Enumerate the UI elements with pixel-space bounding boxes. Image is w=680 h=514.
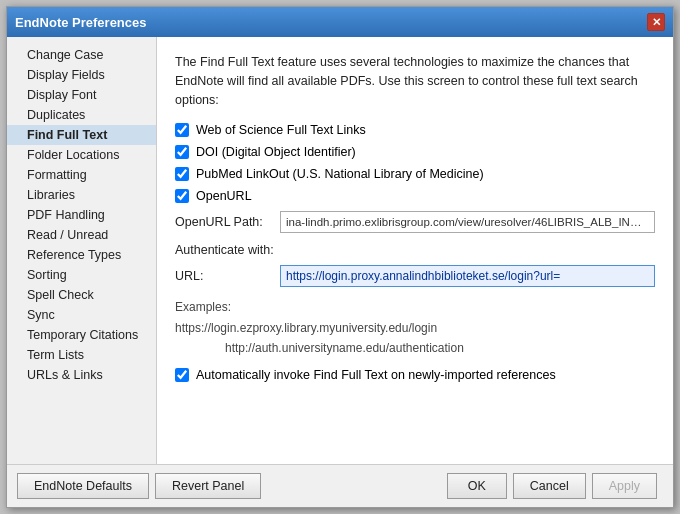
examples-label: Examples: https://login.ezproxy.library.… xyxy=(175,297,655,338)
sidebar-item-reference-types[interactable]: Reference Types xyxy=(7,245,156,265)
sidebar-item-sorting[interactable]: Sorting xyxy=(7,265,156,285)
sidebar-item-urls---links[interactable]: URLs & Links xyxy=(7,365,156,385)
title-bar: EndNote Preferences ✕ xyxy=(7,7,673,37)
authenticate-label: Authenticate with: xyxy=(175,243,655,257)
sidebar-item-find-full-text[interactable]: Find Full Text xyxy=(7,125,156,145)
checkbox-doi-label: DOI (Digital Object Identifier) xyxy=(196,145,356,159)
examples-block: Examples: https://login.ezproxy.library.… xyxy=(175,297,655,358)
checkbox-doi-input[interactable] xyxy=(175,145,189,159)
sidebar-item-sync[interactable]: Sync xyxy=(7,305,156,325)
checkbox-pubmed-input[interactable] xyxy=(175,167,189,181)
sidebar-item-formatting[interactable]: Formatting xyxy=(7,165,156,185)
checkbox-openurl: OpenURL xyxy=(175,189,655,203)
openurl-path-input[interactable] xyxy=(280,211,655,233)
sidebar-item-spell-check[interactable]: Spell Check xyxy=(7,285,156,305)
defaults-button[interactable]: EndNote Defaults xyxy=(17,473,149,499)
cancel-button[interactable]: Cancel xyxy=(513,473,586,499)
checkbox-openurl-input[interactable] xyxy=(175,189,189,203)
url-row: URL: xyxy=(175,265,655,287)
checkbox-wos-input[interactable] xyxy=(175,123,189,137)
url-input[interactable] xyxy=(280,265,655,287)
description-text: The Find Full Text feature uses several … xyxy=(175,53,655,109)
sidebar-item-duplicates[interactable]: Duplicates xyxy=(7,105,156,125)
openurl-path-label: OpenURL Path: xyxy=(175,215,280,229)
sidebar: Change CaseDisplay FieldsDisplay FontDup… xyxy=(7,37,157,464)
apply-button[interactable]: Apply xyxy=(592,473,657,499)
sidebar-item-libraries[interactable]: Libraries xyxy=(7,185,156,205)
sidebar-item-change-case[interactable]: Change Case xyxy=(7,45,156,65)
checkbox-pubmed-label: PubMed LinkOut (U.S. National Library of… xyxy=(196,167,484,181)
dialog-footer: EndNote Defaults Revert Panel OK Cancel … xyxy=(7,464,673,507)
sidebar-item-folder-locations[interactable]: Folder Locations xyxy=(7,145,156,165)
checkbox-wos-label: Web of Science Full Text Links xyxy=(196,123,366,137)
sidebar-item-term-lists[interactable]: Term Lists xyxy=(7,345,156,365)
checkbox-auto-invoke-label: Automatically invoke Find Full Text on n… xyxy=(196,368,556,382)
sidebar-item-display-font[interactable]: Display Font xyxy=(7,85,156,105)
ok-button[interactable]: OK xyxy=(447,473,507,499)
checkbox-pubmed: PubMed LinkOut (U.S. National Library of… xyxy=(175,167,655,181)
revert-button[interactable]: Revert Panel xyxy=(155,473,261,499)
checkbox-auto-invoke: Automatically invoke Find Full Text on n… xyxy=(175,368,655,382)
checkbox-openurl-label: OpenURL xyxy=(196,189,252,203)
checkbox-auto-invoke-input[interactable] xyxy=(175,368,189,382)
main-content: The Find Full Text feature uses several … xyxy=(157,37,673,464)
sidebar-item-temporary-citations[interactable]: Temporary Citations xyxy=(7,325,156,345)
example2: http://auth.universityname.edu/authentic… xyxy=(175,338,655,358)
sidebar-item-read---unread[interactable]: Read / Unread xyxy=(7,225,156,245)
close-button[interactable]: ✕ xyxy=(647,13,665,31)
preferences-dialog: EndNote Preferences ✕ Change CaseDisplay… xyxy=(6,6,674,508)
dialog-body: Change CaseDisplay FieldsDisplay FontDup… xyxy=(7,37,673,464)
openurl-path-row: OpenURL Path: xyxy=(175,211,655,233)
url-label: URL: xyxy=(175,269,280,283)
checkbox-wos: Web of Science Full Text Links xyxy=(175,123,655,137)
dialog-title: EndNote Preferences xyxy=(15,15,147,30)
sidebar-item-pdf-handling[interactable]: PDF Handling xyxy=(7,205,156,225)
checkbox-doi: DOI (Digital Object Identifier) xyxy=(175,145,655,159)
sidebar-item-display-fields[interactable]: Display Fields xyxy=(7,65,156,85)
